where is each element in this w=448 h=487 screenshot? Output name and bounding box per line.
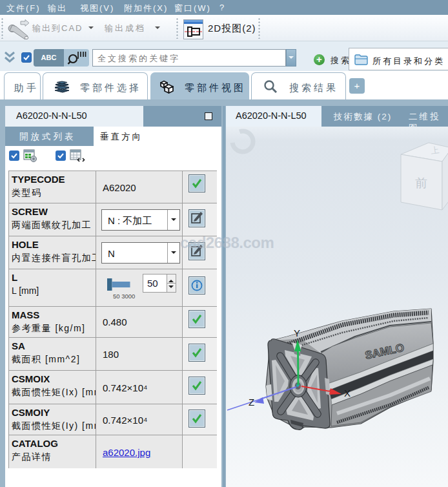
svg-text:Z: Z xyxy=(249,397,254,408)
svg-text:前: 前 xyxy=(415,176,427,190)
svg-text:Y: Y xyxy=(294,327,300,338)
svg-text:X: X xyxy=(344,388,351,399)
svg-text:上: 上 xyxy=(430,145,440,156)
